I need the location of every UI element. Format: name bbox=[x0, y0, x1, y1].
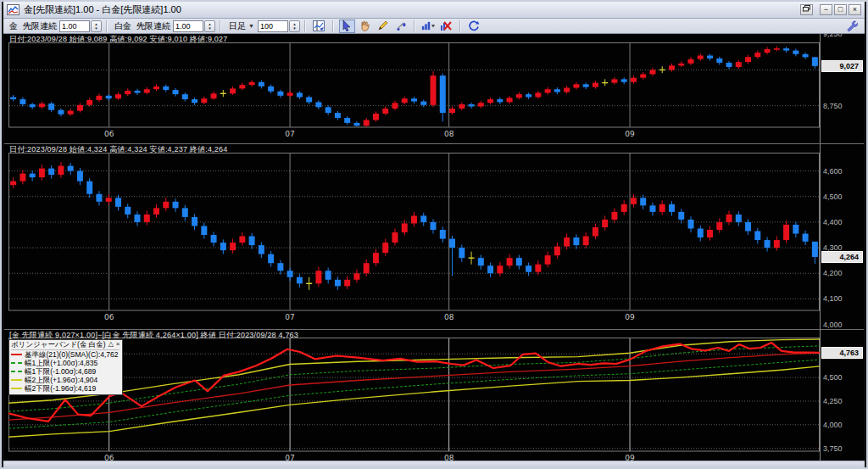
draw-pencil-tool[interactable] bbox=[375, 20, 391, 33]
gold-candle-chart[interactable]: 06070809 bbox=[8, 34, 820, 143]
candle bbox=[736, 60, 742, 69]
candle bbox=[115, 92, 121, 100]
candle bbox=[698, 53, 704, 61]
candle bbox=[516, 92, 522, 100]
candle bbox=[649, 68, 655, 76]
candle bbox=[707, 226, 713, 240]
pan-hand-tool[interactable] bbox=[357, 20, 373, 33]
candle bbox=[306, 95, 312, 103]
candle bbox=[144, 87, 150, 94]
maximize-button[interactable]: □ bbox=[834, 4, 847, 15]
candle bbox=[220, 90, 226, 97]
candle bbox=[249, 233, 255, 249]
gold-ratio-input[interactable]: 1.00 bbox=[59, 20, 90, 32]
candle bbox=[39, 165, 45, 181]
candle bbox=[125, 88, 131, 96]
legend-line-swatch bbox=[11, 388, 22, 389]
candle bbox=[545, 252, 551, 268]
candle bbox=[287, 91, 293, 98]
y-axis-label: 4,250 bbox=[823, 397, 843, 405]
gold-series-label: 先限連続 bbox=[23, 20, 57, 32]
window-bottom-strip bbox=[3, 461, 865, 467]
y-axis-label: 3,750 bbox=[823, 444, 843, 453]
candle bbox=[277, 260, 283, 275]
candle bbox=[507, 96, 513, 104]
y-axis-label: 4,200 bbox=[823, 269, 843, 277]
candle bbox=[287, 268, 293, 282]
platinum-ratio-spinner[interactable]: ▲▼ bbox=[204, 20, 215, 32]
bar-count-input[interactable]: 100 bbox=[258, 20, 288, 32]
candle bbox=[564, 86, 570, 94]
candle bbox=[335, 276, 341, 290]
y-axis-label: 4,500 bbox=[823, 193, 843, 201]
candle bbox=[526, 263, 531, 276]
x-axis-month-label: 08 bbox=[444, 313, 454, 321]
period-select[interactable]: 日足 ▼ bbox=[227, 20, 256, 32]
candle bbox=[353, 121, 359, 126]
platinum-candle-chart[interactable]: 06070809 bbox=[8, 144, 820, 329]
candle bbox=[125, 204, 131, 218]
candle bbox=[48, 102, 54, 112]
candle bbox=[698, 226, 704, 242]
candle bbox=[277, 90, 283, 98]
candle bbox=[449, 236, 455, 276]
candle bbox=[487, 98, 493, 105]
legend-collapse-icon[interactable]: △ bbox=[108, 340, 114, 349]
candle bbox=[373, 249, 379, 266]
candle bbox=[373, 111, 379, 121]
candle bbox=[315, 100, 321, 109]
candle bbox=[306, 277, 312, 290]
candle bbox=[382, 107, 388, 115]
candle bbox=[382, 239, 388, 256]
candle bbox=[259, 242, 264, 258]
candle bbox=[602, 79, 608, 86]
x-axis-month-label: 06 bbox=[104, 130, 114, 138]
candle bbox=[783, 221, 789, 243]
candle bbox=[440, 226, 446, 243]
candle bbox=[611, 77, 617, 85]
candle bbox=[230, 87, 236, 95]
chart-cursor-tool[interactable] bbox=[311, 20, 327, 33]
gold-ratio-spinner[interactable]: ▲▼ bbox=[91, 20, 102, 32]
minimize-button[interactable]: − bbox=[820, 4, 832, 15]
legend-item: 幅2上限(+1.96σ):4,904 bbox=[11, 376, 120, 384]
candle bbox=[335, 111, 341, 120]
series-幅1下限(-1.00σ) bbox=[8, 360, 820, 428]
candle bbox=[459, 102, 465, 110]
candle bbox=[182, 92, 188, 101]
candle bbox=[402, 97, 408, 105]
candle bbox=[469, 252, 475, 265]
draw-brush-tool[interactable] bbox=[392, 20, 409, 33]
bar-count-spinner[interactable]: ▲▼ bbox=[289, 20, 300, 32]
last-price-chip: 4,264 bbox=[821, 251, 863, 263]
candle bbox=[765, 47, 771, 54]
candle bbox=[621, 77, 627, 84]
candle bbox=[201, 223, 207, 239]
x-axis-month-label: 07 bbox=[285, 130, 294, 138]
candle bbox=[526, 92, 531, 99]
candle bbox=[688, 57, 694, 65]
platinum-ratio-input[interactable]: 1.00 bbox=[173, 20, 203, 32]
candle bbox=[793, 221, 798, 237]
candle bbox=[774, 47, 780, 52]
candle bbox=[230, 239, 236, 254]
candle bbox=[58, 109, 64, 117]
delete-indicators-tool[interactable] bbox=[438, 20, 454, 33]
candle bbox=[163, 198, 169, 211]
candle bbox=[211, 232, 217, 246]
legend-line-swatch bbox=[11, 371, 22, 372]
cascade-button[interactable] bbox=[800, 4, 813, 15]
candle bbox=[182, 205, 188, 221]
legend-item-label: 幅1下限(-1.00σ):4,689 bbox=[25, 367, 96, 376]
candle bbox=[449, 107, 455, 115]
bollinger-legend[interactable]: ボリンジャーバンド(金 白金) △ × 基準線(21)(0)(SMA)(C):4… bbox=[8, 339, 123, 395]
chart-type-tool[interactable] bbox=[420, 20, 437, 33]
candle bbox=[19, 98, 25, 107]
select-arrow-tool[interactable] bbox=[339, 20, 355, 33]
refresh-tool[interactable] bbox=[466, 20, 482, 33]
y-axis-label: 9,250 bbox=[823, 34, 843, 38]
spread-bollinger-chart[interactable]: 06070809 bbox=[8, 330, 820, 462]
legend-close-icon[interactable]: × bbox=[116, 340, 120, 349]
candle bbox=[659, 200, 665, 215]
close-button[interactable]: × bbox=[849, 4, 861, 15]
